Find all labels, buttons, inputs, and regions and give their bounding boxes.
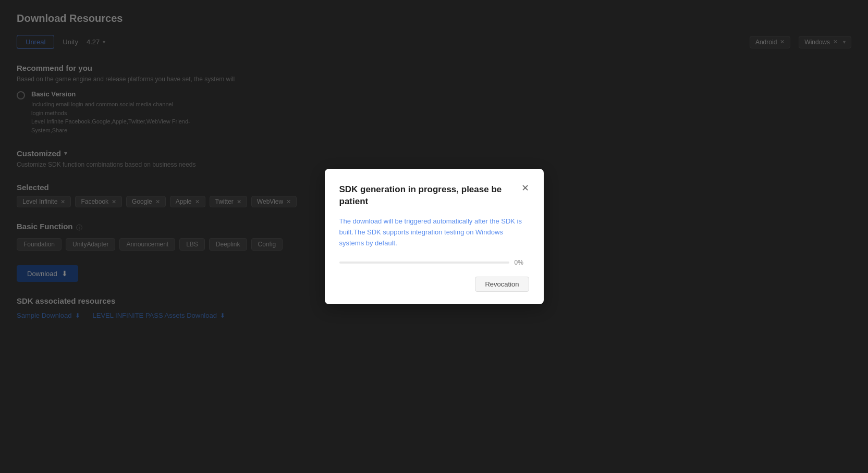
modal-title: SDK generation in progress, please be pa… — [339, 183, 517, 208]
modal-actions: Revocation — [339, 277, 529, 292]
modal-description: The download will be triggered automatic… — [339, 216, 529, 248]
progress-bar-track — [339, 262, 509, 264]
revocation-button[interactable]: Revocation — [475, 277, 529, 292]
progress-label: 0% — [515, 259, 529, 266]
modal-header: SDK generation in progress, please be pa… — [339, 183, 529, 208]
modal-close-button[interactable]: ✕ — [521, 183, 529, 193]
modal: SDK generation in progress, please be pa… — [325, 169, 544, 305]
progress-row: 0% — [339, 259, 529, 266]
modal-overlay: SDK generation in progress, please be pa… — [0, 0, 868, 473]
